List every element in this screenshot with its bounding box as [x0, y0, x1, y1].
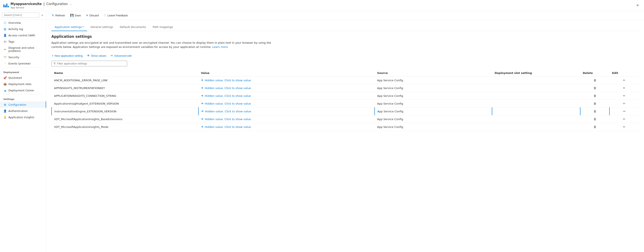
- more-options-btn[interactable]: ...: [70, 2, 72, 5]
- setting-delete-cell: 🗑: [580, 76, 610, 84]
- setting-delete-cell: 🗑: [580, 123, 610, 131]
- edit-button[interactable]: ✏: [622, 94, 627, 98]
- sidebar-divider-1: [3, 67, 43, 68]
- sidebar-item-diagnose[interactable]: ✏ Diagnose and solve problems: [0, 45, 46, 54]
- sidebar-item-events[interactable]: ⚡ Events (preview): [0, 60, 46, 67]
- setting-value[interactable]: 👁 Hidden value. Click to show value: [198, 100, 374, 108]
- discard-icon: ✕: [86, 14, 88, 17]
- setting-edit-cell: ✏: [610, 84, 639, 92]
- discard-button[interactable]: ✕ Discard: [84, 12, 101, 18]
- show-value-link[interactable]: 👁 Hidden value. Click to show value: [201, 118, 372, 121]
- show-value-link[interactable]: 👁 Hidden value. Click to show value: [201, 87, 372, 90]
- sidebar-item-deployment-slots[interactable]: 📦 Deployment slots: [0, 81, 46, 87]
- sidebar-item-configuration[interactable]: ⊞ Configuration: [0, 102, 46, 108]
- setting-value[interactable]: 👁 Hidden value. Click to show value: [198, 115, 374, 123]
- settings-section-label: Settings: [0, 95, 46, 102]
- table-row: XDT_MicrosoftApplicationInsights_BaseExt…: [52, 115, 639, 123]
- setting-value[interactable]: 👁 Hidden value. Click to show value: [198, 92, 374, 100]
- setting-source: App Service Config: [374, 76, 492, 84]
- setting-value[interactable]: 👁 Hidden value. Click to show value: [198, 84, 374, 92]
- sidebar-item-overview[interactable]: ⬡ Overview: [0, 19, 46, 26]
- setting-source: App Service Config: [374, 108, 492, 115]
- sidebar-item-deployment-center[interactable]: ☁ Deployment Center: [0, 87, 46, 94]
- delete-button[interactable]: 🗑: [592, 125, 598, 129]
- close-button[interactable]: ✕: [634, 2, 641, 8]
- sidebar-item-label: Quickstart: [8, 76, 22, 79]
- sidebar-item-quickstart[interactable]: 🚀 Quickstart: [0, 75, 46, 81]
- pencil-icon: ✏: [111, 54, 113, 57]
- setting-edit-cell: ✏: [610, 76, 639, 84]
- setting-value[interactable]: 👁 Hidden value. Click to show value: [198, 123, 374, 131]
- save-button[interactable]: 💾 Save: [68, 12, 83, 18]
- app-logo: Myappservicesite | Configuration ... App…: [3, 2, 72, 9]
- edit-button[interactable]: ✏: [622, 78, 627, 82]
- setting-value[interactable]: 👁 Hidden value. Click to show value: [198, 76, 374, 84]
- description-text: Application settings are encrypted at re…: [51, 41, 271, 48]
- col-header-edit: Edit: [610, 70, 639, 76]
- col-header-source: Source: [374, 70, 492, 76]
- sidebar-item-security[interactable]: 🛡 Security: [0, 54, 46, 60]
- save-label: Save: [75, 14, 81, 17]
- feedback-icon: ♡: [104, 14, 106, 17]
- table-row: XDT_MicrosoftApplicationInsights_Mode👁 H…: [52, 123, 639, 131]
- edit-button[interactable]: ✏: [622, 86, 627, 90]
- search-input[interactable]: [2, 12, 39, 18]
- eye-small-icon: 👁: [201, 79, 204, 82]
- new-setting-button[interactable]: + New application setting: [51, 53, 83, 58]
- delete-button[interactable]: 🗑: [592, 86, 598, 90]
- setting-delete-cell: 🗑: [580, 100, 610, 108]
- show-value-link[interactable]: 👁 Hidden value. Click to show value: [201, 79, 372, 82]
- delete-button[interactable]: 🗑: [592, 109, 598, 113]
- title-divider: |: [43, 2, 44, 6]
- setting-source: App Service Config: [374, 115, 492, 123]
- delete-button[interactable]: 🗑: [592, 102, 598, 106]
- authentication-icon: 👤: [3, 109, 7, 113]
- advanced-edit-button[interactable]: ✏ Advanced edit: [110, 53, 132, 58]
- tab-path-mappings[interactable]: Path mappings: [149, 23, 176, 31]
- configuration-icon: ⊞: [3, 103, 7, 106]
- tab-app-settings[interactable]: Application settings*: [51, 23, 87, 31]
- filter-box[interactable]: ⊽: [51, 61, 127, 66]
- edit-button[interactable]: ✏: [622, 109, 627, 113]
- sidebar-item-label: Access control (IAM): [8, 34, 35, 37]
- edit-button[interactable]: ✏: [622, 125, 627, 129]
- sidebar: « ⬡ Overview ▤ Activity log 👤 Access con…: [0, 11, 46, 252]
- feedback-button[interactable]: ♡ Leave Feedback: [102, 12, 130, 18]
- edit-button[interactable]: ✏: [622, 117, 627, 121]
- toolbar: ↻ Refresh 💾 Save ✕ Discard ♡ Leave Feedb…: [46, 11, 644, 20]
- show-value-link[interactable]: 👁 Hidden value. Click to show value: [201, 125, 372, 128]
- setting-slot: [492, 84, 580, 92]
- delete-button[interactable]: 🗑: [592, 78, 598, 82]
- sidebar-item-authentication[interactable]: 👤 Authentication: [0, 108, 46, 114]
- sidebar-search-container: «: [0, 11, 46, 19]
- show-values-label: Show values: [91, 54, 106, 57]
- refresh-button[interactable]: ↻ Refresh: [50, 12, 67, 18]
- filter-input[interactable]: [57, 62, 125, 65]
- tab-general-settings[interactable]: General settings: [87, 23, 116, 31]
- show-value-link[interactable]: 👁 Hidden value. Click to show value: [201, 102, 372, 105]
- delete-button[interactable]: 🗑: [592, 94, 598, 98]
- tab-default-documents[interactable]: Default documents: [116, 23, 149, 31]
- learn-more-link[interactable]: Learn more: [212, 45, 228, 48]
- sidebar-item-label: Authentication: [8, 110, 28, 113]
- setting-slot: [492, 92, 580, 100]
- show-value-link[interactable]: 👁 Hidden value. Click to show value: [201, 94, 372, 98]
- setting-source: App Service Config: [374, 84, 492, 92]
- sidebar-item-application-insights[interactable]: 💡 Application Insights: [0, 114, 46, 120]
- advanced-edit-label: Advanced edit: [114, 54, 132, 57]
- sidebar-item-access-control[interactable]: 👤 Access control (IAM): [0, 32, 46, 38]
- edit-button[interactable]: ✏: [622, 102, 627, 106]
- tags-icon: 🏷: [3, 40, 7, 43]
- eye-small-icon: 👁: [201, 118, 204, 121]
- sidebar-item-activity-log[interactable]: ▤ Activity log: [0, 26, 46, 32]
- tab-modified-indicator: *: [82, 25, 84, 28]
- show-value-link[interactable]: 👁 Hidden value. Click to show value: [201, 110, 372, 113]
- setting-value[interactable]: 👁 Hidden value. Click to show value: [198, 108, 374, 115]
- show-values-button[interactable]: 👁 Show values: [86, 53, 107, 58]
- setting-edit-cell: ✏: [610, 115, 639, 123]
- sidebar-item-tags[interactable]: 🏷 Tags: [0, 38, 46, 45]
- deployment-center-icon: ☁: [3, 89, 7, 92]
- title-bar: Myappservicesite | Configuration ... App…: [0, 0, 644, 11]
- sidebar-collapse-btn[interactable]: «: [40, 12, 44, 18]
- delete-button[interactable]: 🗑: [592, 117, 598, 121]
